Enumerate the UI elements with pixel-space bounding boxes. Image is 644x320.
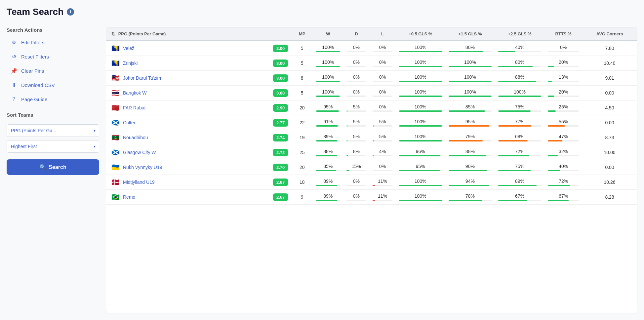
cell-8: 85% xyxy=(313,160,343,175)
sort-by-wrapper[interactable]: PPG (Points Per Ga... MP W D L ▾ xyxy=(7,124,99,137)
cell-9: 72% xyxy=(544,175,582,190)
cell-9: 94% xyxy=(445,175,495,190)
team-cell-8: 🇺🇦 Rukh Vynnyky U19 2.70 xyxy=(106,160,291,175)
gls25-header[interactable]: +2.5 GLS % xyxy=(495,27,544,41)
cell-3: 100% xyxy=(445,86,495,100)
gls05-header[interactable]: +0.5 GLS % xyxy=(396,27,445,41)
search-icon: 🔍 xyxy=(39,164,46,170)
table-row: 🇲🇦 FAR Rabat 2.90 20 95% 5% 0% xyxy=(106,100,637,115)
ppg-badge: 3.00 xyxy=(273,60,288,67)
edit-filters-icon: ⚙ xyxy=(11,39,17,46)
sort-by-select[interactable]: PPG (Points Per Ga... MP W D L xyxy=(7,125,99,137)
table-row: 🇲🇾 Johor Darul Ta'zim 3.00 8 100% 0% 0% xyxy=(106,71,637,86)
info-icon[interactable]: i xyxy=(67,8,74,16)
team-name[interactable]: FAR Rabat xyxy=(123,105,145,110)
team-name[interactable]: Johor Darul Ta'zim xyxy=(123,75,161,81)
ppg-badge: 2.72 xyxy=(273,149,288,156)
cell-l-0: 0% xyxy=(369,41,395,56)
cell-6: 89% xyxy=(313,130,343,145)
team-flag: 🏴󠁧󠁢󠁳󠁣󠁴󠁿 xyxy=(111,119,120,127)
cell-10: 0% xyxy=(343,190,369,205)
cell-4: 75% xyxy=(495,100,544,115)
team-name[interactable]: Glasgow City W xyxy=(123,150,156,155)
avgc-cell-8: 0.00 xyxy=(582,160,637,175)
avgc-cell-3: 0.00 xyxy=(582,86,637,100)
mp-cell-6: 19 xyxy=(291,130,313,145)
ppg-badge: 2.67 xyxy=(273,193,288,201)
team-flag: 🇲🇦 xyxy=(111,104,120,112)
table-row: 🇧🇦 Velež 3.00 5 100% 0% 0% xyxy=(106,41,637,56)
cell-10: 67% xyxy=(544,190,582,205)
avgc-header[interactable]: AVG Corners xyxy=(582,27,637,41)
team-cell-7: 🏴󠁧󠁢󠁳󠁣󠁴󠁿 Glasgow City W 2.72 xyxy=(106,145,291,160)
team-flag: 🏴󠁧󠁢󠁳󠁣󠁴󠁿 xyxy=(111,148,120,156)
sort-icon: ⇅ xyxy=(111,31,115,36)
cell-3: 20% xyxy=(544,86,582,100)
gls15-header[interactable]: +1.5 GLS % xyxy=(445,27,495,41)
table-row: 🇧🇦 Zrinjski 3.00 5 100% 0% 0% xyxy=(106,56,637,71)
team-name[interactable]: Rukh Vynnyky U19 xyxy=(123,165,162,170)
search-button[interactable]: 🔍 Search xyxy=(7,159,99,175)
cell-4: 85% xyxy=(445,100,495,115)
cell-1: 100% xyxy=(313,56,343,71)
w-header[interactable]: W xyxy=(313,27,343,41)
cell-6: 47% xyxy=(544,130,582,145)
cell-7: 32% xyxy=(544,145,582,160)
cell-3: 100% xyxy=(313,86,343,100)
reset-filters-item[interactable]: ↺ Reset Filters xyxy=(7,50,99,63)
l-header[interactable]: L xyxy=(369,27,395,41)
cell-7: 88% xyxy=(313,145,343,160)
avgc-cell-6: 8.73 xyxy=(582,130,637,145)
cell-8: 40% xyxy=(544,160,582,175)
reset-filters-icon: ↺ xyxy=(11,54,17,60)
cell-5: 100% xyxy=(396,115,445,130)
team-name[interactable]: Zrinjski xyxy=(123,60,138,66)
clear-pins-item[interactable]: 📌 Clear Pins xyxy=(7,64,99,77)
sort-section: Sort Teams PPG (Points Per Ga... MP W D … xyxy=(7,112,99,175)
table-row: 🇹🇭 Bangkok W 3.00 5 100% 0% 0% xyxy=(106,86,637,100)
team-name[interactable]: Bangkok W xyxy=(123,90,147,96)
sort-order-wrapper[interactable]: Highest First Lowest First ▾ xyxy=(7,140,99,153)
cell-4: 25% xyxy=(544,100,582,115)
ppg-badge: 2.90 xyxy=(273,104,288,112)
sort-order-select[interactable]: Highest First Lowest First xyxy=(7,140,99,152)
mp-header[interactable]: MP xyxy=(291,27,313,41)
cell-1: 0% xyxy=(343,56,369,71)
team-name[interactable]: Midtjylland U19 xyxy=(123,180,155,185)
mp-cell-5: 22 xyxy=(291,115,313,130)
mp-cell-4: 20 xyxy=(291,100,313,115)
avgc-cell-9: 10.26 xyxy=(582,175,637,190)
btts-header[interactable]: BTTS % xyxy=(544,27,582,41)
clear-pins-label: Clear Pins xyxy=(21,68,44,74)
team-column-header[interactable]: ⇅ PPG (Points Per Game) xyxy=(106,27,291,41)
d-header[interactable]: D xyxy=(343,27,369,41)
cell-0: 40% xyxy=(495,41,544,56)
cell-2: 100% xyxy=(445,71,495,86)
cell-1: 100% xyxy=(445,56,495,71)
team-name[interactable]: Nouadhibou xyxy=(123,135,148,140)
team-cell-10: 🇧🇷 Remo 2.67 xyxy=(106,190,291,205)
edit-filters-item[interactable]: ⚙ Edit Filters xyxy=(7,36,99,49)
table-row: 🇲🇷 Nouadhibou 2.74 19 89% 5% 5% xyxy=(106,130,637,145)
edit-filters-label: Edit Filters xyxy=(21,40,45,45)
team-name[interactable]: Velež xyxy=(123,46,134,51)
cell-9: 89% xyxy=(495,175,544,190)
page-guide-item[interactable]: ? Page Guide xyxy=(7,93,99,105)
download-csv-item[interactable]: ⬇ Download CSV xyxy=(7,79,99,92)
avgc-cell-4: 4.50 xyxy=(582,100,637,115)
avgc-cell-0: 7.80 xyxy=(582,41,637,56)
cell-10: 100% xyxy=(396,190,445,205)
ppg-badge: 2.67 xyxy=(273,179,288,186)
team-name[interactable]: Remo xyxy=(123,194,135,200)
sort-teams-label: Sort Teams xyxy=(7,112,99,118)
avgc-cell-1: 10.40 xyxy=(582,56,637,71)
ppg-badge: 3.00 xyxy=(273,74,288,82)
cell-0: 100% xyxy=(396,41,445,56)
ppg-badge: 2.77 xyxy=(273,119,288,127)
table-section: ⇅ PPG (Points Per Game) MP W D L +0.5 GL… xyxy=(106,27,637,313)
cell-l-6: 5% xyxy=(369,130,395,145)
cell-0: 100% xyxy=(313,41,343,56)
team-name[interactable]: Culter xyxy=(123,120,135,125)
cell-6: 5% xyxy=(343,130,369,145)
mp-cell-0: 5 xyxy=(291,41,313,56)
